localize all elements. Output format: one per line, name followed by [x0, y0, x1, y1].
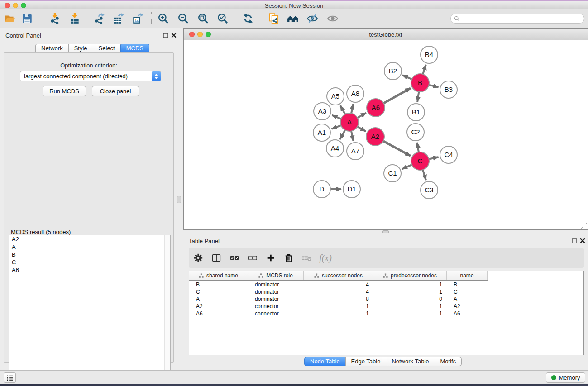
optimization-criterion-select[interactable]: largest connected component (directed): [20, 71, 161, 81]
table-row[interactable]: A6connector11A6: [189, 310, 577, 318]
main-toolbar: [0, 9, 588, 28]
graph-node-A6[interactable]: A6: [367, 99, 385, 117]
svg-text:A6: A6: [372, 104, 380, 111]
tab-network-table[interactable]: Network Table: [386, 357, 435, 366]
graph-node-A4[interactable]: A4: [326, 140, 344, 157]
graph-node-A7[interactable]: A7: [347, 143, 364, 160]
float-panel-icon[interactable]: [163, 32, 169, 38]
memory-button[interactable]: Memory: [546, 372, 585, 383]
add-column-button[interactable]: [265, 252, 277, 264]
graph-node-B1[interactable]: B1: [407, 104, 425, 121]
delete-column-button[interactable]: [283, 252, 295, 264]
column-header-predecessor-nodes[interactable]: predecessor nodes: [373, 271, 447, 280]
table-scrollbar[interactable]: [578, 271, 583, 355]
tab-mcds[interactable]: MCDS: [120, 44, 149, 53]
plus-icon: [266, 253, 276, 263]
table-cell: C: [189, 289, 248, 296]
toggle-columns-button[interactable]: [210, 252, 222, 264]
hide-selected-button[interactable]: [303, 10, 321, 28]
delete-table-button[interactable]: [301, 252, 313, 264]
search-input[interactable]: [460, 15, 584, 22]
graph-node-A8[interactable]: A8: [347, 85, 364, 102]
first-neighbors-button[interactable]: [284, 10, 302, 28]
new-network-from-selection-button[interactable]: [265, 10, 283, 28]
graph-node-C1[interactable]: C1: [384, 165, 401, 182]
graph-node-A2[interactable]: A2: [366, 128, 384, 146]
resize-grip-icon[interactable]: [581, 223, 587, 229]
mcds-result-item[interactable]: A: [9, 243, 170, 251]
search-icon: [454, 16, 460, 22]
svg-text:A3: A3: [318, 107, 326, 115]
desktop-background-strip: [0, 384, 588, 386]
column-header-shared-name[interactable]: shared name: [189, 271, 248, 280]
close-panel-button[interactable]: Close panel: [92, 86, 139, 96]
toolbar-separator: [151, 12, 152, 25]
graph-node-B3[interactable]: B3: [440, 81, 457, 98]
show-all-button[interactable]: [324, 10, 342, 28]
graph-node-A3[interactable]: A3: [314, 103, 331, 120]
save-session-button[interactable]: [18, 10, 36, 28]
table-cell: dominator: [248, 289, 304, 296]
table-cell: 4: [304, 281, 373, 289]
search-field[interactable]: [450, 14, 584, 24]
deselect-all-rows-button[interactable]: [247, 252, 258, 264]
mcds-result-item[interactable]: A6: [9, 266, 170, 274]
table-row[interactable]: Cdominator41C: [189, 289, 577, 296]
graph-node-A[interactable]: A: [340, 113, 359, 131]
export-network-button[interactable]: [90, 10, 108, 28]
close-panel-icon[interactable]: [171, 32, 177, 38]
table-cell: C: [447, 289, 488, 296]
table-row[interactable]: Adominator80A: [189, 296, 577, 303]
mcds-result-item[interactable]: B: [9, 251, 170, 258]
network-graph[interactable]: B4B2BB3A5A8A6B1A3AC2A1A2A4A7C4CC1C3DD1: [184, 40, 588, 229]
refresh-network-button[interactable]: [239, 10, 257, 28]
table-row[interactable]: Bdominator41B: [189, 281, 577, 289]
import-network-button[interactable]: [46, 10, 64, 28]
vertical-splitter-grip[interactable]: [177, 196, 181, 203]
export-image-button[interactable]: [129, 10, 147, 28]
graph-node-B2[interactable]: B2: [384, 62, 402, 80]
mcds-result-list[interactable]: A2ABCA6: [9, 235, 171, 383]
graph-node-D[interactable]: D: [313, 181, 330, 198]
tab-network[interactable]: Network: [35, 44, 69, 53]
tab-motifs[interactable]: Motifs: [435, 357, 462, 366]
graph-node-D1[interactable]: D1: [343, 181, 360, 198]
import-table-button[interactable]: [66, 10, 84, 28]
open-session-button[interactable]: [1, 10, 19, 28]
run-mcds-button[interactable]: Run MCDS: [43, 86, 86, 96]
graph-node-A1[interactable]: A1: [313, 124, 330, 141]
list-scrollbar[interactable]: [164, 235, 170, 382]
table-settings-button[interactable]: [192, 252, 204, 264]
tab-select[interactable]: Select: [93, 44, 121, 53]
column-header-name[interactable]: name: [447, 271, 488, 280]
zoom-selected-button[interactable]: [214, 10, 232, 28]
mcds-result-item[interactable]: C: [9, 258, 170, 266]
column-header-MCDS-role[interactable]: MCDS role: [248, 271, 304, 280]
fx-icon: f(x): [319, 253, 332, 263]
tab-edge-table[interactable]: Edge Table: [345, 357, 387, 366]
zoom-in-button[interactable]: [154, 10, 172, 28]
graph-node-C2[interactable]: C2: [407, 124, 424, 141]
window-title: Session: New Session: [0, 2, 588, 9]
tab-node-table[interactable]: Node Table: [304, 357, 346, 366]
graph-node-B[interactable]: B: [411, 74, 429, 92]
graph-node-A5[interactable]: A5: [327, 88, 344, 105]
apply-function-button[interactable]: f(x): [319, 252, 331, 264]
mcds-result-item[interactable]: A2: [9, 235, 170, 243]
tab-style[interactable]: Style: [68, 44, 93, 53]
zoom-fit-button[interactable]: [194, 10, 212, 28]
task-history-button[interactable]: [4, 372, 16, 383]
graph-node-C4[interactable]: C4: [440, 146, 457, 163]
network-window-titlebar[interactable]: testGlobe.txt: [184, 29, 588, 40]
zoom-out-button[interactable]: [174, 10, 192, 28]
select-all-rows-button[interactable]: [229, 252, 240, 264]
graph-node-B4[interactable]: B4: [421, 46, 438, 63]
float-panel-icon[interactable]: [571, 238, 578, 244]
table-row[interactable]: A2connector11A2: [189, 303, 577, 310]
graph-node-C3[interactable]: C3: [421, 181, 438, 199]
close-panel-icon[interactable]: [579, 238, 586, 244]
column-header-successor-nodes[interactable]: successor nodes: [304, 271, 373, 280]
graph-node-C[interactable]: C: [411, 152, 429, 170]
export-table-button[interactable]: [109, 10, 127, 28]
network-canvas[interactable]: B4B2BB3A5A8A6B1A3AC2A1A2A4A7C4CC1C3DD1: [184, 40, 588, 229]
